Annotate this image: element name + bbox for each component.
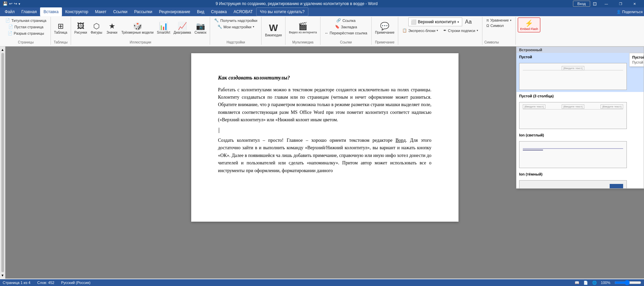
header-option-empty-3col[interactable]: Пустой (3 столбца) [Введите текст] [Введ…	[516, 92, 644, 131]
symbol-icon: Ω	[486, 24, 489, 28]
ribbon-group-pages: 📄 Титульная страница 📄 Пустая страница 📄…	[1, 17, 51, 45]
menu-home[interactable]: Главная	[18, 7, 40, 16]
express-chevron: ▾	[437, 29, 438, 32]
subscript-button[interactable]: ✒ Строки подписи ▾	[441, 28, 480, 33]
header-option-empty[interactable]: Пустой [Введите текст] Пустой Пустой вер…	[516, 53, 644, 92]
document-page: Как создавать колонтитулы? Работать с ко…	[191, 53, 459, 222]
subscript-icon: ✒	[443, 28, 446, 33]
close-button[interactable]: ✕	[628, 0, 641, 7]
menu-file[interactable]: Файл	[1, 7, 18, 16]
addins-group-label: Надстройки	[227, 39, 245, 44]
addins-buttons: 🔧 Получить надстройки 🔧 Мои надстройки ▾	[212, 18, 259, 39]
pages-group-label: Страницы	[18, 39, 34, 44]
header-label: Верхний колонтитул	[418, 20, 456, 24]
express-icon: 📋	[402, 28, 407, 33]
link-button[interactable]: 🔗 Ссылка	[334, 18, 358, 23]
minimize-button[interactable]: —	[600, 0, 613, 7]
pictures-button[interactable]: 🖼 Рисунки	[73, 22, 89, 35]
get-addins-icon: 🔧	[214, 18, 219, 23]
cursor-paragraph	[218, 127, 432, 134]
cross-ref-icon: ↔	[325, 31, 328, 35]
smartart-icon: 📊	[159, 23, 168, 30]
illustrations-buttons: 🖼 Рисунки ⬡ Фигуры ★ Значки 🎲 Трёхмерные…	[73, 18, 208, 39]
wikipedia-button[interactable]: W Википедия	[264, 23, 283, 38]
empty-tooltip: Пустой Пустой верхний колонтитул	[629, 53, 644, 67]
comment-button[interactable]: 💬 Примечание	[374, 22, 396, 35]
multimedia-group-label: Мультимедиа	[292, 39, 313, 44]
window-controls: — ❐ ✕	[600, 0, 641, 7]
pictures-icon: 🖼	[77, 23, 84, 30]
share-icon[interactable]: 👤 Поделиться	[616, 10, 643, 14]
shapes-button[interactable]: ⬡ Фигуры	[89, 22, 104, 35]
subscript-chevron: ▾	[477, 29, 478, 32]
restore-button[interactable]: ❐	[614, 0, 627, 7]
restore-icon[interactable]: ⊡	[593, 1, 597, 6]
ion-dark-label: Ion (тёмный)	[519, 172, 542, 176]
blank-page-button[interactable]: 📄 Пустая страница	[6, 24, 45, 30]
menu-review[interactable]: Рецензирование	[156, 7, 194, 16]
screenshot-icon: 📷	[196, 23, 205, 30]
tooltip-title: Пустой	[632, 55, 644, 59]
ribbon: 📄 Титульная страница 📄 Пустая страница 📄…	[0, 16, 644, 46]
table-button[interactable]: ⊞ Таблица	[53, 22, 69, 35]
screenshot-button[interactable]: 📷 Снимок	[193, 22, 208, 35]
smartart-button[interactable]: 📊 SmartArt	[156, 22, 171, 35]
empty-3col-label: Пустой (3 столбца)	[519, 94, 554, 98]
bookmark-button[interactable]: 🔖 Закладка	[333, 24, 359, 30]
comment-icon: 💬	[380, 23, 389, 30]
paragraph-2: Создать колонтитул – просто! Главное – х…	[218, 137, 432, 174]
menu-search[interactable]: Что вы хотите сделать?	[256, 7, 308, 16]
document-area: ▲ ▼ Как создавать колонтитулы? Работать …	[0, 46, 644, 279]
menu-layout[interactable]: Макет	[92, 7, 110, 16]
chart-icon: 📈	[178, 23, 187, 30]
menu-view[interactable]: Вид	[194, 7, 208, 16]
wikipedia-icon: W	[269, 23, 278, 33]
menu-references[interactable]: Ссылки	[110, 7, 131, 16]
icons-icon: ★	[109, 23, 115, 30]
tooltip-desc: Пустой верхний колонтитул	[632, 61, 644, 64]
flash-icon: ⚡	[525, 19, 533, 27]
header-option-ion-dark[interactable]: Ion (тёмный)	[516, 170, 644, 188]
dropdown-scroll-area[interactable]: Встроенный Пустой [Введите текст] Пустой…	[516, 47, 644, 188]
login-button[interactable]: Вход	[573, 1, 590, 7]
links-group-label: Ссылки	[340, 39, 352, 44]
menu-mailings[interactable]: Рассылки	[131, 7, 156, 16]
undo-icon[interactable]: ↩	[9, 1, 12, 6]
equation-button[interactable]: π Уравнение ▾	[484, 18, 514, 23]
page-break-button[interactable]: 📄 Разрыв страницы	[6, 30, 46, 36]
express-blocks-button[interactable]: 📋 Экспресс-блоки ▾	[400, 28, 440, 33]
embed-flash-button[interactable]: ⚡ Embed Flash	[518, 18, 540, 32]
cover-page-button[interactable]: 📄 Титульная страница	[3, 18, 48, 23]
menu-acrobat[interactable]: ACROBAT	[230, 7, 256, 16]
quick-access-toolbar: 💾 ↩ ↪ ▾	[3, 1, 20, 6]
cross-ref-button[interactable]: ↔ Перекрёстная ссылка	[323, 30, 369, 36]
redo-icon[interactable]: ↪	[14, 1, 17, 6]
chart-button[interactable]: 📈 Диаграмма	[172, 22, 192, 35]
save-icon[interactable]: 💾	[3, 1, 8, 6]
3d-models-button[interactable]: 🎲 Трёхмерные модели	[120, 22, 155, 35]
empty-label: Пустой	[519, 55, 532, 59]
empty-thumbnail: [Введите текст]	[519, 63, 627, 90]
link-word[interactable]: Ворд	[396, 138, 406, 143]
get-addins-button[interactable]: 🔧 Получить надстройки	[212, 18, 259, 23]
my-addins-icon: 🔧	[217, 25, 222, 29]
ribbon-group-tables: ⊞ Таблица Таблицы	[51, 17, 71, 45]
ribbon-group-symbols: π Уравнение ▾ Ω Символ Символы	[482, 17, 516, 45]
icons-button[interactable]: ★ Значки	[105, 22, 120, 35]
empty-3col-thumbnail: [Введите текст] [Введите текст] [Введите…	[519, 102, 627, 129]
scroll-down-icon[interactable]: ▼	[1, 274, 4, 277]
header-option-ion-light[interactable]: Ion (светлый)	[516, 131, 644, 170]
wiki-buttons: W Википедия	[264, 18, 283, 43]
menu-design[interactable]: Конструктор	[62, 7, 92, 16]
scroll-up-icon[interactable]: ▲	[1, 48, 4, 52]
equation-icon: π	[486, 18, 489, 22]
header-dropdown-button[interactable]: ⬜ Верхний колонтитул ▾	[408, 18, 462, 26]
shapes-icon: ⬡	[93, 23, 100, 30]
online-video-button[interactable]: 🎬 Видео из интернета	[287, 22, 318, 35]
pages-buttons: 📄 Титульная страница 📄 Пустая страница 📄…	[3, 18, 48, 39]
my-addins-button[interactable]: 🔧 Мои надстройки ▾	[215, 24, 256, 30]
illustrations-group-label: Иллюстрации	[130, 39, 151, 44]
menu-help[interactable]: Справка	[208, 7, 230, 16]
symbol-button[interactable]: Ω Символ	[484, 23, 506, 28]
menu-insert[interactable]: Вставка	[40, 7, 62, 16]
